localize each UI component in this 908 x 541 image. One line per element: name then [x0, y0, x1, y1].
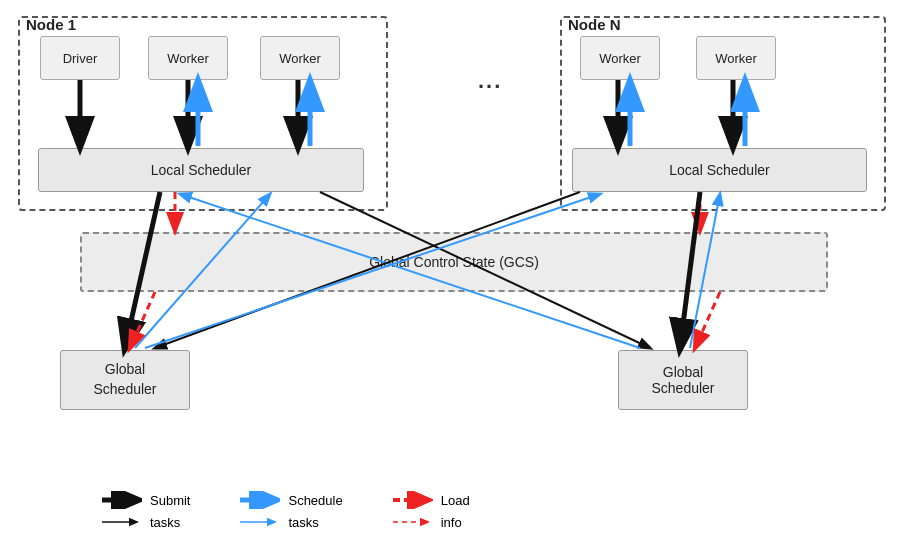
legend-schedule-thin-icon — [238, 513, 280, 531]
gcs-box: Global Control State (GCS) — [80, 232, 828, 292]
legend: Submit tasks — [100, 491, 470, 531]
global-scheduler-right: Global Scheduler — [618, 350, 748, 410]
legend-submit-thick-icon — [100, 491, 142, 509]
legend-load: Load info — [391, 491, 470, 531]
node1-local-scheduler: Local Scheduler — [38, 148, 364, 192]
driver-box: Driver — [40, 36, 120, 80]
legend-schedule-thick-icon — [238, 491, 280, 509]
legend-submit-thin-icon — [100, 513, 142, 531]
diagram-container: Node 1 Node N Driver Worker Worker Local… — [0, 0, 908, 541]
nodeN-label: Node N — [568, 16, 621, 33]
node1-worker1-box: Worker — [148, 36, 228, 80]
node1-label: Node 1 — [26, 16, 76, 33]
legend-schedule: Schedule tasks — [238, 491, 342, 531]
legend-load-thin-icon — [391, 513, 433, 531]
nodeN-local-scheduler: Local Scheduler — [572, 148, 867, 192]
node1-worker2-box: Worker — [260, 36, 340, 80]
legend-load-thick-icon — [391, 491, 433, 509]
global-scheduler-left: Global Scheduler — [60, 350, 190, 410]
dots-separator: ... — [478, 68, 502, 94]
svg-line-20 — [695, 292, 720, 348]
svg-line-19 — [130, 292, 155, 348]
legend-submit: Submit tasks — [100, 491, 190, 531]
nodeN-worker2-box: Worker — [696, 36, 776, 80]
nodeN-worker1-box: Worker — [580, 36, 660, 80]
